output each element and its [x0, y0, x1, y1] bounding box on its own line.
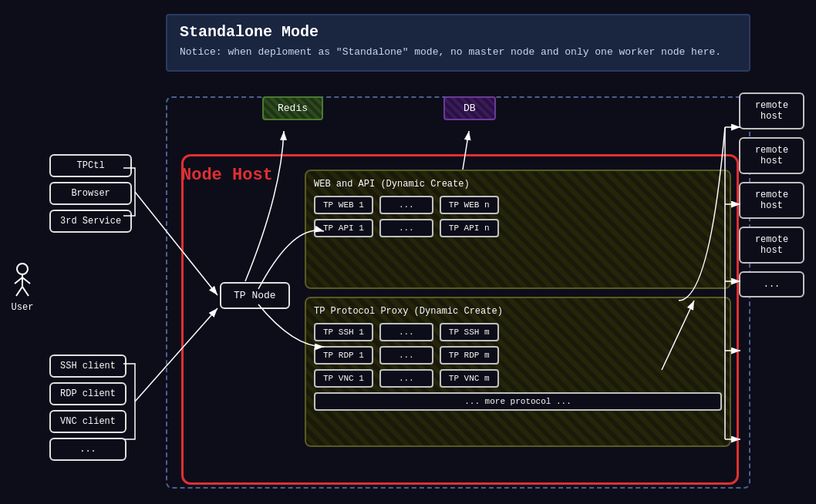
tpctl-box: TPCtl [49, 154, 132, 177]
other-client-box: ... [49, 438, 126, 461]
node-host-label: Node Host [181, 166, 273, 185]
remote-host-dots: ... [739, 271, 804, 297]
tp-api-1: TP API 1 [314, 219, 373, 237]
remote-host-4: remotehost [739, 227, 804, 264]
tp-ssh-1: TP SSH 1 [314, 323, 373, 341]
browser-box: Browser [49, 182, 132, 205]
redis-box: Redis [262, 96, 323, 120]
svg-line-3 [22, 277, 30, 284]
vnc-row: TP VNC 1 ... TP VNC m [314, 369, 722, 388]
user-label: User [11, 302, 34, 313]
web-api-row-1: TP WEB 1 ... TP WEB n [314, 196, 722, 214]
tp-node-box: TP Node [220, 282, 290, 309]
tp-web-n: TP WEB n [440, 196, 499, 214]
tp-rdp-m: TP RDP m [440, 346, 499, 365]
svg-line-5 [22, 287, 29, 296]
diagram-container: Standalone Mode Notice: when deploment a… [0, 0, 816, 504]
tp-api-dots: ... [379, 219, 433, 237]
more-protocol: ... more protocol ... [314, 392, 722, 411]
rdp-row: TP RDP 1 ... TP RDP m [314, 346, 722, 365]
remote-hosts-column: remotehost remotehost remotehost remoteh… [739, 92, 804, 297]
remote-host-1: remotehost [739, 92, 804, 129]
vnc-client-box: VNC client [49, 410, 126, 433]
web-api-panel-title: WEB and API (Dynamic Create) [314, 179, 722, 190]
tp-vnc-1: TP VNC 1 [314, 369, 373, 388]
remote-host-3: remotehost [739, 182, 804, 219]
tp-ssh-dots: ... [379, 323, 433, 341]
bottom-client-group: SSH client RDP client VNC client ... [49, 354, 126, 461]
top-client-group: TPCtl Browser 3rd Service [49, 154, 132, 233]
standalone-title: Standalone Mode [180, 23, 737, 41]
protocol-panel: TP Protocol Proxy (Dynamic Create) TP SS… [305, 297, 731, 447]
tp-vnc-dots: ... [379, 369, 433, 388]
tp-rdp-dots: ... [379, 346, 433, 365]
ssh-client-box: SSH client [49, 354, 126, 378]
tp-api-n: TP API n [440, 219, 499, 237]
tp-web-1: TP WEB 1 [314, 196, 373, 214]
web-api-panel: WEB and API (Dynamic Create) TP WEB 1 ..… [305, 170, 731, 289]
user-section: User [11, 262, 34, 313]
protocol-panel-title: TP Protocol Proxy (Dynamic Create) [314, 306, 722, 317]
web-api-row-2: TP API 1 ... TP API n [314, 219, 722, 237]
tp-vnc-m: TP VNC m [440, 369, 499, 388]
tp-ssh-m: TP SSH m [440, 323, 499, 341]
standalone-notice: Notice: when deploment as "Standalone" m… [180, 45, 737, 59]
ssh-row: TP SSH 1 ... TP SSH m [314, 323, 722, 341]
tp-rdp-1: TP RDP 1 [314, 346, 373, 365]
rdp-client-box: RDP client [49, 382, 126, 405]
3rd-service-box: 3rd Service [49, 210, 132, 233]
standalone-banner: Standalone Mode Notice: when deploment a… [166, 14, 750, 72]
svg-line-2 [15, 277, 22, 284]
svg-line-4 [16, 287, 22, 296]
tp-web-dots: ... [379, 196, 433, 214]
db-box: DB [443, 96, 496, 120]
svg-point-0 [17, 264, 28, 274]
user-icon [11, 262, 34, 297]
remote-host-2: remotehost [739, 137, 804, 174]
